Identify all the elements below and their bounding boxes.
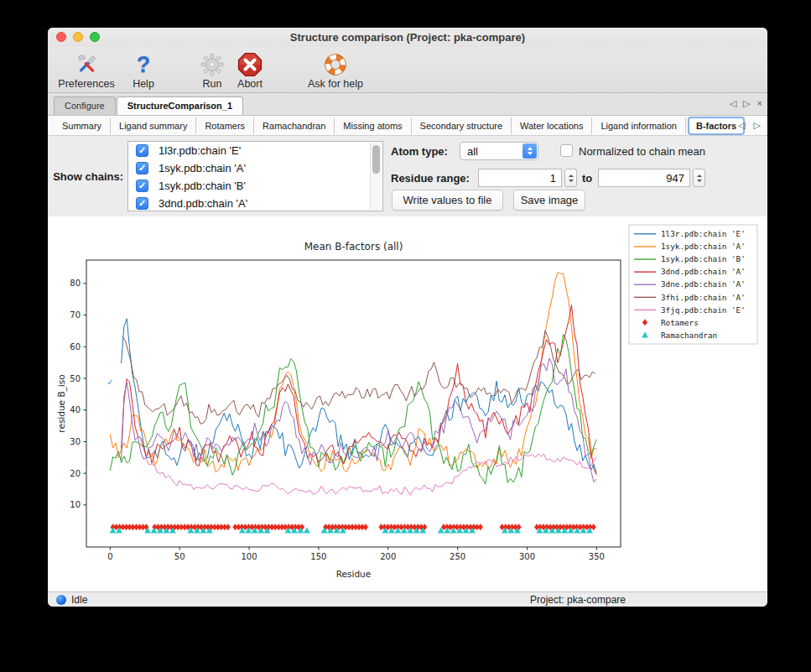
chain-label: 1syk.pdb:chain 'A' [159,162,246,175]
tab-scroll-left-icon[interactable]: ◁ [730,98,736,109]
project-text: Project: pka-compare [530,594,626,606]
window-title: Structure comparison (Project: pka-compa… [48,31,767,44]
report-tab-water-locations[interactable]: Water locations [512,117,592,134]
help-button[interactable]: ? Help [127,52,160,90]
y-tick-label: 10 [70,500,81,509]
plot-axes-box [86,260,621,547]
status-bar: Idle Project: pka-compare [48,591,767,607]
report-tab-bar: SummaryLigand summaryRotamersRamachandra… [48,116,767,136]
document-tab-bar: ConfigureStructureComparison_1 ◁ ▷ × [48,93,767,116]
tab-structurecomparison-1[interactable]: StructureComparison_1 [117,96,243,115]
x-tick-label: 350 [589,552,605,561]
y-tick-label: 80 [70,279,81,288]
tab-scroll-right-icon[interactable]: ▷ [743,98,750,109]
report-tabs: SummaryLigand summaryRotamersRamachandra… [54,117,746,135]
write-values-button[interactable]: Write values to file [392,190,503,211]
chart-title: Mean B-factors (all) [304,241,403,253]
help-label: Help [133,78,154,90]
run-button[interactable]: Run [195,52,229,90]
chain-row[interactable]: ✓1l3r.pdb:chain 'E' [128,142,382,159]
x-tick-label: 150 [310,552,326,561]
y-axis-label: residue B_iso [56,374,67,432]
residue-to-stepper[interactable] [693,169,705,187]
run-label: Run [203,78,222,90]
status-indicator-icon [56,595,66,605]
abort-button[interactable]: Abort [231,52,269,90]
atom-type-value: all [460,145,522,158]
x-tick-label: 50 [174,552,185,561]
preferences-tools-icon [74,52,99,77]
residue-from-stepper[interactable] [564,169,577,187]
report-tab-rotamers[interactable]: Rotamers [196,117,254,134]
preferences-label: Preferences [58,78,114,90]
y-tick-label: 60 [70,342,81,352]
report-tab-ligand-information[interactable]: Ligand information [592,117,686,134]
report-tab-controls: ◁ ▷ [738,120,761,131]
save-image-button[interactable]: Save image [513,190,585,211]
abort-label: Abort [237,78,263,90]
chain-row[interactable]: ✓3dnd.pdb:chain 'A' [128,195,382,211]
chain-row[interactable]: ✓1syk.pdb:chain 'A' [128,159,382,177]
x-tick-label: 200 [380,552,396,561]
y-tick-label: 50 [70,374,81,383]
to-label: to [582,172,592,185]
normalized-checkbox[interactable] [560,144,573,157]
legend-entry-label: 3fhi.pdb:chain 'A' [661,293,746,302]
y-tick-label: 40 [70,405,81,414]
tab-configure[interactable]: Configure [54,96,116,115]
ask-for-help-button[interactable]: Ask for help [298,52,373,90]
bfactor-plot: Mean B-factors (all)Residueresidue B_iso… [48,216,767,591]
abort-stop-icon [237,52,263,77]
legend-entry-label: 3dnd.pdb:chain 'A' [661,267,746,276]
report-scroll-left-icon[interactable]: ◁ [738,120,745,131]
bfactor-controls-panel: Show chains: ✓1l3r.pdb:chain 'E'✓1syk.pd… [48,136,767,216]
legend-entry-label: 3dne.pdb:chain 'A' [661,279,746,289]
tab-bar-controls: ◁ ▷ × [730,98,762,109]
chain-label: 3dnd.pdb:chain 'A' [159,197,247,210]
bfactor-chart-area: Mean B-factors (all)Residueresidue B_iso… [48,216,767,591]
toolbar: Preferences ? Help Run [48,47,767,93]
residue-from-input[interactable]: 1 [478,169,562,187]
y-tick-label: 30 [70,437,81,446]
y-tick-label: 70 [70,310,81,320]
legend-entry-label: Ramachandran [661,331,717,340]
legend-entry-label: Rotamers [661,318,699,327]
report-tab-missing-atoms[interactable]: Missing atoms [335,117,411,134]
title-bar: Structure comparison (Project: pka-compa… [48,28,767,47]
stray-check-mark: ✓ [107,378,113,387]
x-tick-label: 100 [242,552,257,561]
x-tick-label: 0 [107,552,112,561]
scrollbar-thumb[interactable] [372,145,380,174]
tab-close-icon[interactable]: × [757,98,762,109]
x-axis-label: Residue [336,569,371,579]
legend-entry-label: 1l3r.pdb:chain 'E' [661,229,746,238]
run-gear-icon [200,52,224,77]
atom-type-select[interactable]: all [460,142,538,160]
legend-entry-label: 1syk.pdb:chain 'B' [661,254,746,263]
show-chains-list[interactable]: ✓1l3r.pdb:chain 'E'✓1syk.pdb:chain 'A'✓1… [127,141,383,211]
chain-checkbox[interactable]: ✓ [136,180,148,192]
dropdown-stepper-icon [522,143,537,159]
report-tab-ramachandran[interactable]: Ramachandran [254,117,335,134]
report-tab-summary[interactable]: Summary [54,117,111,134]
chain-checkbox[interactable]: ✓ [136,197,148,210]
residue-to-input[interactable]: 947 [598,169,690,187]
legend-entry-label: 1syk.pdb:chain 'A' [661,242,746,251]
chain-rows: ✓1l3r.pdb:chain 'E'✓1syk.pdb:chain 'A'✓1… [128,142,382,211]
report-tab-secondary-structure[interactable]: Secondary structure [412,117,512,134]
chain-checkbox[interactable]: ✓ [136,162,148,175]
report-scroll-right-icon[interactable]: ▷ [754,120,761,131]
report-tab-ligand-summary[interactable]: Ligand summary [111,117,196,134]
status-text: Idle [71,594,87,606]
x-tick-label: 250 [450,552,465,561]
normalized-label: Normalized to chain mean [579,145,705,158]
atom-type-label: Atom type: [391,145,448,158]
ask-for-help-label: Ask for help [308,78,363,90]
chain-checkbox[interactable]: ✓ [136,144,148,157]
chain-row[interactable]: ✓1syk.pdb:chain 'B' [128,177,382,195]
chain-list-scrollbar[interactable] [370,143,382,210]
preferences-button[interactable]: Preferences [55,52,118,90]
y-tick-label: 20 [70,469,81,478]
report-tab-b-factors[interactable]: B-factors [688,117,745,135]
document-tabs: ConfigureStructureComparison_1 [54,96,244,115]
